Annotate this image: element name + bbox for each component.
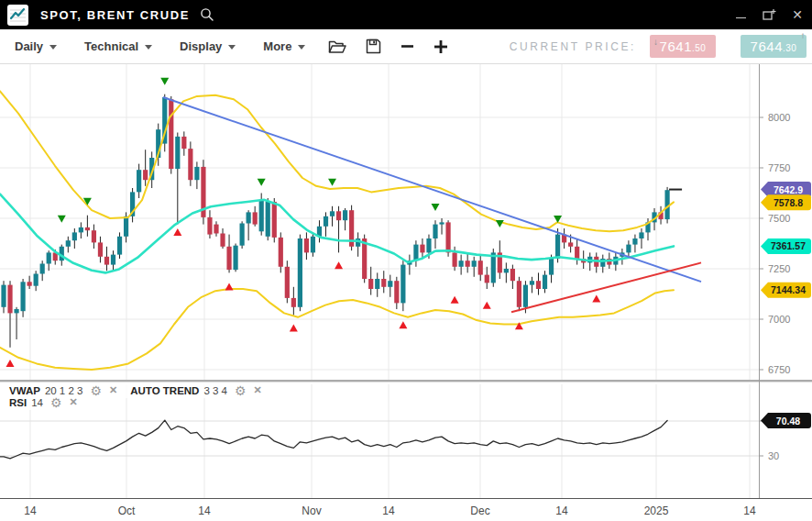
chevron-down-icon	[49, 45, 57, 50]
chevron-down-icon	[145, 45, 152, 50]
current-price-label: CURRENT PRICE:	[510, 40, 636, 53]
svg-text:Dec: Dec	[470, 504, 489, 517]
rsi-label-row: RSI 14 ⚙ ✕	[5, 394, 82, 410]
svg-text:7642.9: 7642.9	[774, 184, 803, 195]
svg-text:Oct: Oct	[118, 504, 136, 517]
svg-text:14: 14	[555, 504, 568, 517]
rsi-indicator-name: RSI	[9, 397, 27, 408]
minimize-button[interactable]	[736, 12, 746, 18]
window-controls: ✕	[736, 0, 803, 29]
toolbar-icons	[328, 39, 448, 54]
chevron-down-icon	[298, 45, 305, 50]
autotrend-indicator-name: AUTO TREND	[130, 385, 199, 396]
ask-price-dec: .30	[783, 37, 796, 60]
minus-icon	[401, 39, 414, 53]
svg-text:7361.57: 7361.57	[771, 240, 806, 251]
minimize-icon	[736, 17, 746, 18]
menu-technical-label: Technical	[84, 39, 138, 53]
menu-display[interactable]: Display	[180, 39, 236, 53]
vwap-remove-icon[interactable]: ✕	[109, 384, 117, 396]
zoom-out-button[interactable]	[401, 39, 414, 53]
menu-daily-label: Daily	[15, 39, 43, 53]
menu-daily[interactable]: Daily	[15, 39, 57, 53]
bid-price-int: 7641	[660, 35, 692, 58]
menu-more-label: More	[263, 39, 291, 53]
autotrend-settings-gear-icon[interactable]: ⚙	[235, 385, 247, 396]
open-file-button[interactable]	[328, 39, 346, 54]
svg-text:70.48: 70.48	[776, 416, 800, 427]
restore-icon	[762, 8, 776, 22]
svg-text:14: 14	[24, 504, 37, 517]
close-icon: ✕	[792, 8, 803, 21]
svg-text:2025: 2025	[644, 504, 669, 517]
app-logo-icon	[7, 5, 28, 26]
svg-text:7500: 7500	[768, 213, 790, 224]
svg-text:14: 14	[198, 504, 211, 517]
arrow-up-icon: ↑	[801, 31, 807, 40]
svg-text:7250: 7250	[768, 263, 790, 274]
svg-text:Nov: Nov	[302, 504, 321, 517]
zoom-in-button[interactable]	[433, 39, 448, 54]
menu-display-label: Display	[180, 39, 222, 53]
svg-text:7000: 7000	[768, 314, 790, 325]
close-button[interactable]: ✕	[792, 8, 803, 21]
autotrend-remove-icon[interactable]: ✕	[254, 384, 262, 396]
chevron-down-icon	[228, 45, 236, 50]
autotrend-indicator-params: 3 3 4	[203, 385, 227, 396]
titlebar: SPOT, BRENT CRUDE ✕	[0, 0, 812, 29]
rsi-indicator-params: 14	[31, 397, 43, 408]
chart-area: 800077507500725070006750703014Oct14Nov14…	[0, 64, 812, 521]
menu-more[interactable]: More	[263, 39, 305, 53]
page-title: SPOT, BRENT CRUDE	[40, 8, 190, 22]
bid-price-dec: .50	[692, 37, 706, 60]
ask-price-int: 7644	[751, 35, 783, 58]
folder-open-icon	[328, 39, 346, 54]
svg-text:14: 14	[743, 504, 756, 517]
app-window: { "titlebar": {"title": "SPOT, BRENT CRU…	[0, 0, 812, 521]
rsi-remove-icon[interactable]: ✕	[70, 396, 78, 408]
svg-text:30: 30	[768, 450, 779, 461]
svg-text:14: 14	[382, 504, 395, 517]
plus-icon	[433, 39, 448, 54]
toolbar: Daily Technical Display More	[0, 29, 812, 64]
svg-text:7144.34: 7144.34	[771, 284, 806, 295]
rsi-settings-gear-icon[interactable]: ⚙	[50, 397, 62, 408]
ask-price-badge: ↑ 7644.30	[741, 35, 807, 58]
arrow-down-icon: ↓	[653, 38, 659, 47]
chart-canvas[interactable]: 800077507500725070006750703014Oct14Nov14…	[0, 64, 812, 521]
floppy-disk-icon	[366, 39, 381, 54]
vwap-settings-gear-icon[interactable]: ⚙	[90, 385, 102, 396]
save-button[interactable]	[366, 39, 381, 54]
svg-text:8000: 8000	[768, 112, 790, 123]
svg-text:6750: 6750	[768, 364, 790, 375]
svg-text:7750: 7750	[768, 162, 790, 173]
svg-text:7578.8: 7578.8	[774, 197, 803, 208]
search-icon[interactable]	[200, 7, 214, 22]
restore-button[interactable]	[762, 8, 776, 22]
menu-technical[interactable]: Technical	[84, 39, 152, 53]
bid-price-badge: ↓ 7641.50	[650, 35, 716, 58]
current-price-group: CURRENT PRICE: ↓ 7641.50 ↑ 7644.30	[510, 35, 812, 58]
